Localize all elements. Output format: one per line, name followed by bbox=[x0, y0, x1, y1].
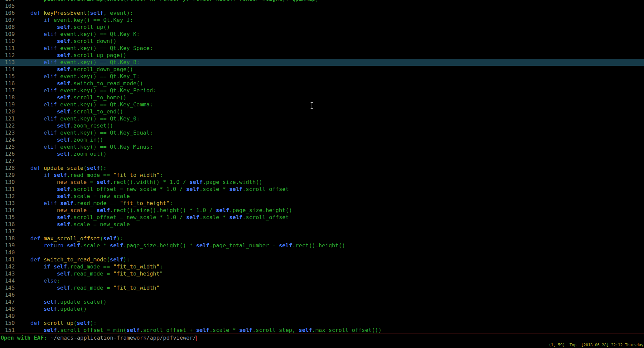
code-text: elif event.key() == Qt.Key_T: bbox=[15, 73, 140, 80]
code-line-134[interactable]: 134 new_scale = self.rect().size().heigh… bbox=[0, 207, 644, 214]
line-number: 118 bbox=[0, 94, 15, 101]
code-line-126[interactable]: 126 self.zoom_out() bbox=[0, 150, 644, 157]
code-line-116[interactable]: 116 self.switch_to_read_mode() bbox=[0, 80, 644, 87]
code-text bbox=[15, 249, 17, 256]
line-number: 126 bbox=[0, 150, 15, 157]
line-number: 144 bbox=[0, 277, 15, 284]
code-text bbox=[15, 291, 17, 298]
code-text: def switch_to_read_mode(self): bbox=[15, 256, 130, 263]
code-text: if self.read_mode == "fit_to_width": bbox=[15, 263, 163, 270]
line-number: 140 bbox=[0, 249, 15, 256]
code-line-107[interactable]: 107 if event.key() == Qt.Key_J: bbox=[0, 16, 644, 23]
code-text: if event.key() == Qt.Key_J: bbox=[15, 16, 133, 23]
code-line-139[interactable]: 139 return self.scale * self.page_size.h… bbox=[0, 242, 644, 249]
minibuffer[interactable]: Open with EAF: ~/emacs-application-frame… bbox=[1, 334, 197, 341]
line-number: 139 bbox=[0, 242, 15, 249]
code-text: elif event.key() == Qt.Key_Equal: bbox=[15, 129, 153, 136]
code-text: self.scroll_offset = min(self.scroll_off… bbox=[15, 327, 382, 334]
code-line-135[interactable]: 135 self.scroll_offset = new_scale * 1.0… bbox=[0, 214, 644, 221]
code-line-138[interactable]: 138 def max_scroll_offset(self): bbox=[0, 235, 644, 242]
code-line-128[interactable]: 128 def update_scale(self): bbox=[0, 164, 644, 171]
line-number: 110 bbox=[0, 38, 15, 45]
code-line-118[interactable]: 118 self.scroll_to_home() bbox=[0, 94, 644, 101]
code-text: self.read_mode = "fit_to_height" bbox=[15, 270, 163, 277]
code-line-131[interactable]: 131 self.scroll_offset = new_scale * 1.0… bbox=[0, 186, 644, 193]
code-line-150[interactable]: 150 def scroll_up(self): bbox=[0, 319, 644, 327]
code-text: self.scroll_down_page() bbox=[15, 66, 133, 73]
code-line-104[interactable]: 104 painter.drawPixmap(QRect(render_x, r… bbox=[0, 0, 644, 2]
code-line-127[interactable]: 127 bbox=[0, 157, 644, 164]
code-line-130[interactable]: 130 new_scale = self.rect().width() * 1.… bbox=[0, 179, 644, 186]
line-number: 149 bbox=[0, 312, 15, 319]
ibeam-icon bbox=[310, 102, 314, 109]
code-line-137[interactable]: 137 bbox=[0, 228, 644, 235]
code-text: def max_scroll_offset(self): bbox=[15, 235, 123, 242]
code-line-149[interactable]: 149 bbox=[0, 312, 644, 319]
code-line-119[interactable]: 119 elif event.key() == Qt.Key_Comma: bbox=[0, 101, 644, 108]
code-line-140[interactable]: 140 bbox=[0, 249, 644, 256]
code-line-110[interactable]: 110 self.scroll_down() bbox=[0, 38, 644, 45]
code-line-108[interactable]: 108 self.scroll_up() bbox=[0, 23, 644, 31]
code-line-112[interactable]: 112 self.scroll_up_page() bbox=[0, 52, 644, 59]
line-number: 109 bbox=[0, 31, 15, 38]
code-line-122[interactable]: 122 self.zoom_reset() bbox=[0, 122, 644, 129]
text-cursor bbox=[44, 59, 44, 65]
line-number: 146 bbox=[0, 291, 15, 298]
line-number: 135 bbox=[0, 214, 15, 221]
code-line-132[interactable]: 132 self.scale = new_scale bbox=[0, 193, 644, 200]
code-line-146[interactable]: 146 bbox=[0, 291, 644, 298]
line-number: 107 bbox=[0, 16, 15, 23]
line-number: 150 bbox=[0, 319, 15, 327]
code-line-109[interactable]: 109 elif event.key() == Qt.Key_K: bbox=[0, 31, 644, 38]
line-number: 114 bbox=[0, 66, 15, 73]
editor-buffer[interactable]: 104 painter.drawPixmap(QRect(render_x, r… bbox=[0, 0, 644, 334]
code-line-151[interactable]: 151 self.scroll_offset = min(self.scroll… bbox=[0, 327, 644, 334]
code-line-144[interactable]: 144 else: bbox=[0, 277, 644, 284]
line-number: 115 bbox=[0, 73, 15, 80]
code-text: self.scroll_down() bbox=[15, 38, 117, 45]
line-number: 132 bbox=[0, 193, 15, 200]
line-number: 113 bbox=[0, 59, 15, 66]
code-line-142[interactable]: 142 if self.read_mode == "fit_to_width": bbox=[0, 263, 644, 270]
code-line-111[interactable]: 111 elif event.key() == Qt.Key_Space: bbox=[0, 45, 644, 52]
code-text: elif event.key() == Qt.Key_Comma: bbox=[15, 101, 153, 108]
datetime: [2018-06-28] 22:12 Thursday bbox=[581, 343, 643, 347]
code-line-145[interactable]: 145 self.read_mode = "fit_to_width" bbox=[0, 284, 644, 291]
code-text: elif event.key() == Qt.Key_Period: bbox=[15, 87, 156, 94]
code-text: self.scroll_to_end() bbox=[15, 108, 123, 115]
code-line-114[interactable]: 114 self.scroll_down_page() bbox=[0, 66, 644, 73]
code-line-129[interactable]: 129 if self.read_mode == "fit_to_width": bbox=[0, 171, 644, 179]
line-number: 123 bbox=[0, 129, 15, 136]
code-line-136[interactable]: 136 self.scale = new_scale bbox=[0, 221, 644, 228]
code-line-120[interactable]: 120 self.scroll_to_end() bbox=[0, 108, 644, 115]
code-line-133[interactable]: 133 elif self.read_mode == "fit_to_heigh… bbox=[0, 200, 644, 207]
code-text: elif event.key() == Qt.Key_0: bbox=[15, 115, 140, 122]
code-line-141[interactable]: 141 def switch_to_read_mode(self): bbox=[0, 256, 644, 263]
line-number: 120 bbox=[0, 108, 15, 115]
line-number: 138 bbox=[0, 235, 15, 242]
code-line-148[interactable]: 148 self.update() bbox=[0, 305, 644, 312]
code-line-105[interactable]: 105 bbox=[0, 2, 644, 9]
code-text: def update_scale(self): bbox=[15, 164, 107, 171]
code-line-125[interactable]: 125 elif event.key() == Qt.Key_Minus: bbox=[0, 143, 644, 150]
line-number: 104 bbox=[0, 0, 15, 2]
code-line-106[interactable]: 106 def keyPressEvent(self, event): bbox=[0, 9, 644, 16]
minibuffer-input-value[interactable]: ~/emacs-application-framework/app/pdfvie… bbox=[50, 335, 196, 341]
cursor-position: (1, 59) bbox=[549, 343, 565, 347]
code-line-113[interactable]: 113 elif event.key() == Qt.Key_B: bbox=[0, 59, 644, 66]
code-line-143[interactable]: 143 self.read_mode = "fit_to_height" bbox=[0, 270, 644, 277]
code-text: painter.drawPixmap(QRect(render_x, rende… bbox=[15, 0, 319, 2]
line-number: 111 bbox=[0, 45, 15, 52]
code-text: self.zoom_out() bbox=[15, 150, 106, 157]
code-line-117[interactable]: 117 elif event.key() == Qt.Key_Period: bbox=[0, 87, 644, 94]
code-line-123[interactable]: 123 elif event.key() == Qt.Key_Equal: bbox=[0, 129, 644, 136]
code-text: self.scale = new_scale bbox=[15, 221, 130, 228]
code-line-147[interactable]: 147 self.update_scale() bbox=[0, 298, 644, 305]
line-number: 125 bbox=[0, 143, 15, 150]
code-line-124[interactable]: 124 self.zoom_in() bbox=[0, 136, 644, 143]
code-text: return self.scale * self.page_size.heigh… bbox=[15, 242, 345, 249]
code-line-115[interactable]: 115 elif event.key() == Qt.Key_T: bbox=[0, 73, 644, 80]
line-number: 124 bbox=[0, 136, 15, 143]
line-number: 105 bbox=[0, 2, 15, 9]
code-line-121[interactable]: 121 elif event.key() == Qt.Key_0: bbox=[0, 115, 644, 122]
